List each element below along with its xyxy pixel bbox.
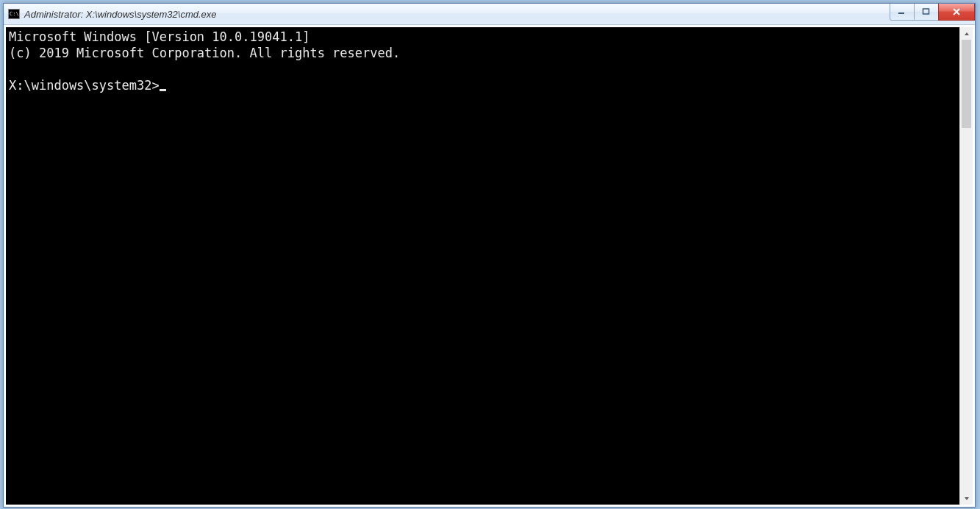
chevron-down-icon [964, 496, 970, 501]
terminal-prompt: X:\windows\system32> [9, 78, 160, 93]
close-button[interactable] [938, 4, 975, 21]
scroll-up-button[interactable] [960, 27, 973, 40]
terminal-output[interactable]: Microsoft Windows [Version 10.0.19041.1]… [6, 27, 959, 505]
vertical-scrollbar[interactable] [959, 27, 973, 505]
cmd-icon: C:\ [8, 9, 20, 19]
scrollbar-track[interactable] [960, 40, 973, 492]
scroll-down-button[interactable] [960, 492, 973, 505]
maximize-button[interactable] [914, 4, 939, 21]
terminal-cursor [160, 89, 166, 91]
cmd-window: C:\ Administrator: X:\windows\system32\c… [3, 3, 976, 508]
window-title: Administrator: X:\windows\system32\cmd.e… [24, 9, 217, 20]
minimize-button[interactable] [890, 4, 915, 21]
svg-rect-0 [898, 13, 904, 14]
window-controls [890, 4, 975, 20]
chevron-up-icon [964, 32, 970, 36]
maximize-icon [922, 8, 931, 15]
minimize-icon [898, 8, 906, 15]
scrollbar-thumb[interactable] [962, 40, 971, 128]
cmd-icon-glyph: C:\ [10, 12, 19, 17]
titlebar[interactable]: C:\ Administrator: X:\windows\system32\c… [4, 4, 975, 25]
terminal-line-version: Microsoft Windows [Version 10.0.19041.1] [9, 29, 310, 44]
svg-rect-1 [923, 9, 929, 14]
client-area: Microsoft Windows [Version 10.0.19041.1]… [4, 25, 975, 507]
close-icon [952, 8, 961, 15]
terminal-line-copyright: (c) 2019 Microsoft Corporation. All righ… [9, 46, 400, 60]
